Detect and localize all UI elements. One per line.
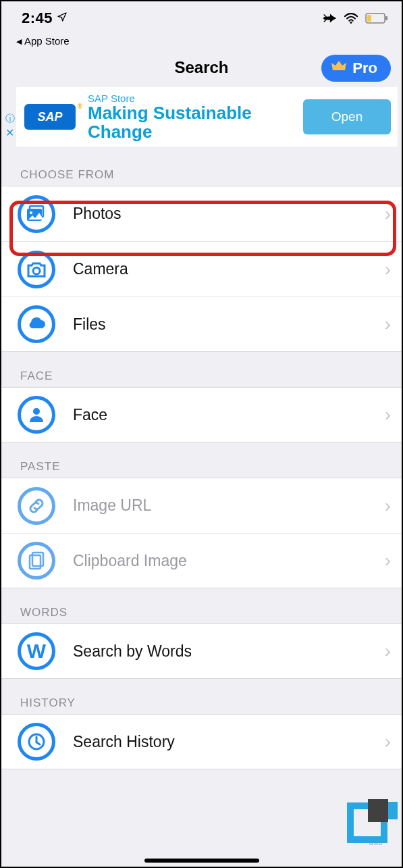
face-icon: [18, 396, 55, 434]
row-label: Files: [73, 315, 385, 334]
home-indicator: [144, 859, 259, 863]
svg-rect-13: [368, 799, 388, 822]
photos-icon: [18, 195, 55, 233]
airplane-mode-icon: [322, 11, 337, 26]
cloud-icon: [18, 305, 55, 343]
svg-point-0: [350, 22, 352, 24]
header: Search Pro: [1, 51, 402, 84]
svg-point-7: [33, 267, 40, 274]
section-header-choose-from: CHOOSE FROM: [1, 151, 402, 186]
section-header-face: FACE: [1, 352, 402, 387]
link-icon: [18, 487, 55, 525]
ad-info-icon[interactable]: ⓘ: [5, 113, 15, 125]
crown-icon: [331, 58, 347, 78]
svg-rect-2: [385, 16, 387, 20]
row-label: Photos: [73, 205, 385, 223]
chevron-right-icon: ›: [385, 404, 391, 426]
row-camera[interactable]: Camera ›: [1, 241, 402, 297]
svg-rect-14: [388, 802, 398, 819]
ad-logo: SAP®: [24, 104, 76, 130]
row-image-url[interactable]: Image URL ›: [1, 478, 402, 533]
status-time: 2:45: [22, 9, 53, 27]
row-label: Search by Words: [73, 642, 385, 661]
camera-icon: [18, 251, 55, 288]
ad-banner[interactable]: ⓘ ✕ SAP® SAP Store Making Sustainable Ch…: [16, 87, 398, 147]
chevron-right-icon: ›: [385, 550, 391, 571]
watermark: GAD: [346, 799, 400, 846]
page-title: Search: [174, 58, 228, 77]
back-to-appstore[interactable]: App Store: [1, 35, 402, 51]
section-header-words: WORDS: [1, 588, 402, 623]
row-search-by-words[interactable]: W Search by Words ›: [1, 623, 402, 679]
row-label: Face: [73, 406, 385, 424]
row-clipboard-image[interactable]: Clipboard Image ›: [1, 533, 402, 588]
ad-headline: Making Sustainable Change: [88, 104, 303, 141]
chevron-right-icon: ›: [385, 259, 391, 280]
chevron-right-icon: ›: [385, 313, 391, 335]
row-label: Search History: [73, 733, 385, 751]
pro-button[interactable]: Pro: [321, 55, 391, 82]
battery-icon: [365, 12, 388, 24]
row-face[interactable]: Face ›: [1, 387, 402, 442]
chevron-right-icon: ›: [385, 203, 391, 225]
clipboard-icon: [18, 542, 55, 580]
row-label: Clipboard Image: [73, 552, 385, 570]
chevron-right-icon: ›: [385, 495, 391, 517]
location-icon: [57, 11, 68, 25]
row-label: Camera: [73, 260, 385, 278]
status-bar: 2:45: [1, 1, 402, 35]
chevron-right-icon: ›: [385, 640, 391, 662]
pro-label: Pro: [352, 59, 377, 77]
ad-close-icon[interactable]: ✕: [5, 126, 14, 139]
row-files[interactable]: Files ›: [1, 297, 402, 352]
svg-rect-3: [367, 15, 371, 22]
section-header-history: HISTORY: [1, 679, 402, 714]
words-icon: W: [18, 632, 55, 670]
svg-text:GAD: GAD: [369, 840, 383, 846]
row-photos[interactable]: Photos ›: [1, 186, 402, 241]
history-icon: [18, 723, 55, 761]
ad-open-button[interactable]: Open: [303, 99, 391, 134]
row-search-history[interactable]: Search History ›: [1, 714, 402, 769]
section-header-paste: PASTE: [1, 442, 402, 478]
chevron-right-icon: ›: [385, 731, 391, 752]
svg-point-6: [30, 211, 32, 214]
svg-point-8: [33, 408, 40, 415]
row-label: Image URL: [73, 496, 385, 515]
wifi-icon: [344, 11, 358, 25]
